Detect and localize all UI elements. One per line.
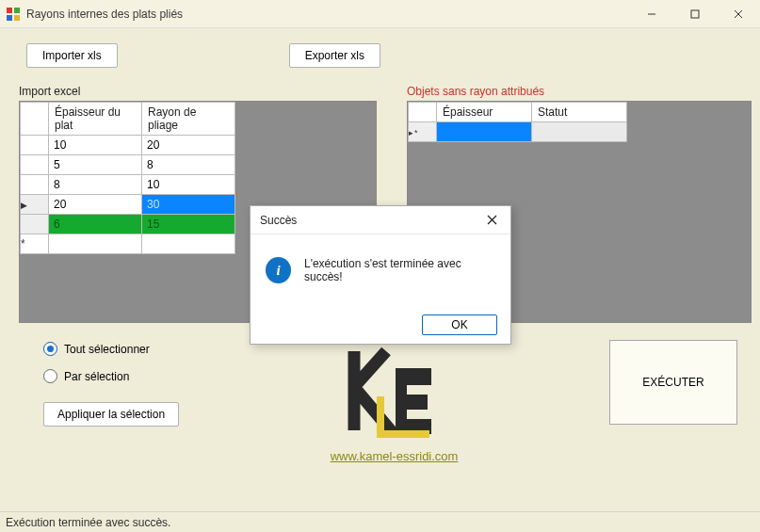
cell-ep-empty[interactable] — [49, 234, 141, 253]
cell-ra-empty[interactable] — [142, 234, 234, 253]
svg-rect-1 — [14, 8, 20, 13]
col-rayon[interactable]: Rayon de pliage — [142, 103, 235, 136]
cell-ep[interactable]: 10 — [49, 136, 141, 154]
cell-ra[interactable]: 30 — [142, 195, 234, 214]
radio-label: Tout sélectionner — [64, 343, 150, 356]
dialog-close-button[interactable] — [473, 206, 510, 234]
triangle-icon — [21, 198, 27, 211]
col-epaisseur[interactable]: Épaisseur du plat — [49, 103, 142, 136]
maximize-button[interactable] — [673, 0, 717, 28]
brand-logo — [339, 340, 450, 442]
table-row-new[interactable] — [409, 122, 627, 142]
table-row[interactable]: 5 8 — [21, 155, 235, 175]
cell-ra[interactable]: 8 — [142, 155, 234, 174]
row-indicator-new — [409, 122, 437, 142]
table-row-highlight[interactable]: 6 15 — [21, 215, 235, 234]
svg-rect-5 — [691, 10, 699, 18]
table-row[interactable]: 10 20 — [21, 136, 235, 155]
table-row[interactable]: 8 10 — [21, 175, 235, 195]
execute-button[interactable]: EXÉCUTER — [609, 340, 737, 425]
app-icon — [6, 7, 21, 22]
status-text: Exécution terminée avec succès. — [6, 516, 170, 529]
cell-ep-empty[interactable] — [437, 122, 531, 141]
dialog-title: Succès — [260, 214, 297, 227]
close-button[interactable] — [717, 0, 760, 28]
export-button[interactable]: Exporter xls — [289, 43, 380, 68]
col-statut[interactable]: Statut — [532, 103, 627, 122]
dialog-ok-button[interactable]: OK — [422, 314, 497, 335]
website-link[interactable]: www.kamel-essridi.com — [331, 449, 459, 463]
table-row-new[interactable] — [21, 234, 235, 254]
rowhead-blank — [21, 103, 49, 136]
window-title: Rayons internes des plats pliés — [26, 8, 630, 21]
cell-statut-empty[interactable] — [532, 122, 626, 141]
radio-icon[interactable] — [43, 342, 57, 356]
cell-ep[interactable]: 20 — [49, 195, 141, 214]
svg-rect-2 — [7, 15, 12, 21]
titlebar: Rayons internes des plats pliés — [0, 0, 760, 28]
radio-icon[interactable] — [43, 369, 57, 383]
table-row-selected[interactable]: 20 30 — [21, 195, 235, 215]
row-indicator — [21, 136, 49, 155]
import-label: Import excel — [19, 85, 377, 98]
cell-ra[interactable]: 15 — [142, 215, 234, 234]
star-icon — [21, 237, 25, 250]
cell-ra[interactable]: 20 — [142, 136, 234, 154]
dialog-message: L'exécution s'est terminée avec succès! — [304, 257, 495, 283]
rowhead-blank — [409, 103, 437, 122]
row-indicator — [21, 175, 49, 195]
info-icon: i — [266, 257, 291, 283]
cell-ep[interactable]: 5 — [49, 155, 141, 174]
radio-label: Par sélection — [64, 370, 129, 383]
triangle-star-icon — [409, 125, 419, 138]
minimize-button[interactable] — [630, 0, 673, 28]
apply-selection-button[interactable]: Appliquer la sélection — [43, 402, 179, 427]
success-dialog: Succès i L'exécution s'est terminée avec… — [250, 205, 511, 345]
col-epaisseur2[interactable]: Épaisseur — [437, 103, 532, 122]
radio-select-all[interactable]: Tout sélectionner — [43, 342, 179, 356]
import-button[interactable]: Importer xls — [26, 43, 118, 68]
objects-label: Objets sans rayon attribués — [407, 85, 752, 98]
row-indicator-new — [21, 234, 49, 254]
radio-by-selection[interactable]: Par sélection — [43, 369, 179, 383]
svg-rect-0 — [7, 8, 12, 13]
row-indicator-current — [21, 195, 49, 215]
cell-ep[interactable]: 8 — [49, 175, 141, 194]
svg-rect-3 — [14, 15, 20, 21]
status-bar: Exécution terminée avec succès. — [0, 511, 760, 532]
cell-ra[interactable]: 10 — [142, 175, 234, 194]
row-indicator — [21, 215, 49, 234]
row-indicator — [21, 155, 49, 175]
cell-ep[interactable]: 6 — [49, 215, 141, 234]
